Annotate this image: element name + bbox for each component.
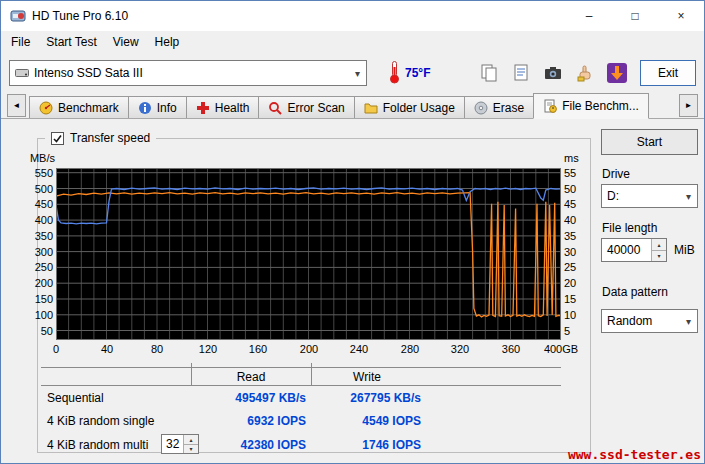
- info-icon: [138, 101, 152, 115]
- maximize-button[interactable]: □: [612, 1, 658, 31]
- tab-info[interactable]: Info: [128, 96, 187, 118]
- tab-file-benchmark[interactable]: File Benchm...: [533, 93, 649, 119]
- spin-up-icon: ▴: [652, 239, 666, 251]
- copy-button[interactable]: [474, 59, 503, 88]
- tab-health[interactable]: Health: [186, 96, 260, 118]
- temperature-value: 75°F: [405, 66, 430, 80]
- spin-down-icon: ▾: [652, 251, 666, 262]
- drive-combo[interactable]: D: ▾: [601, 184, 698, 208]
- window-title: HD Tune Pro 6.10: [32, 9, 128, 23]
- file-length-unit: MiB: [674, 243, 695, 257]
- y-axis-left-ticks: 55050045040035030025020015010050: [25, 168, 53, 340]
- file-benchmark-icon: [543, 99, 557, 113]
- menu-bar: File Start Test View Help: [1, 31, 704, 53]
- y-axis-right-unit: ms: [564, 152, 579, 164]
- transfer-speed-checkbox-row[interactable]: Transfer speed: [45, 130, 156, 146]
- menu-help[interactable]: Help: [147, 32, 188, 52]
- result-row-label: Sequential: [47, 391, 104, 405]
- error-scan-icon: [268, 101, 282, 115]
- file-length-spinner[interactable]: 40000 ▴ ▾: [601, 238, 667, 262]
- tab-label: Info: [157, 101, 177, 115]
- watermark: www.ssd-tester.es: [539, 447, 701, 462]
- drive-label: Drive: [602, 167, 630, 181]
- transfer-speed-label: Transfer speed: [70, 131, 150, 145]
- check-icon: [52, 133, 63, 144]
- data-pattern-combo[interactable]: Random ▾: [601, 309, 698, 333]
- drive-icon: [15, 66, 29, 80]
- read-value: 6932 IOPS: [191, 414, 306, 428]
- transfer-speed-chart: [56, 168, 561, 340]
- close-button[interactable]: ×: [658, 1, 704, 31]
- tab-erase[interactable]: Erase: [464, 96, 534, 118]
- drive-combo-value: D:: [607, 189, 619, 203]
- start-button[interactable]: Start: [601, 129, 698, 155]
- spinner-arrows[interactable]: ▴ ▾: [651, 239, 666, 261]
- write-value: 4549 IOPS: [311, 414, 421, 428]
- drive-select-combo[interactable]: Intenso SSD Sata III ▾: [9, 60, 367, 86]
- thermometer-icon: [389, 60, 400, 87]
- tab-bar: ◄ Benchmark Info Health Error Scan Folde…: [1, 94, 704, 119]
- x-axis-ticks: 04080120160200240280320360400GB: [56, 343, 561, 356]
- chevron-down-icon: ▾: [349, 61, 366, 85]
- table-line-header: [41, 385, 561, 386]
- copy-text-button[interactable]: [506, 59, 535, 88]
- tab-scroll-left-icon[interactable]: ◄: [7, 94, 26, 117]
- y-axis-right-ticks: 555045403530252015105: [564, 168, 590, 340]
- save-download-button[interactable]: [602, 59, 631, 88]
- write-value: 267795 KB/s: [311, 391, 421, 405]
- queue-depth-value: 32: [162, 435, 183, 453]
- tab-benchmark[interactable]: Benchmark: [29, 96, 129, 118]
- toolbar-buttons: [474, 59, 631, 88]
- minimize-button[interactable]: –: [566, 1, 612, 31]
- chevron-down-icon: ▾: [680, 310, 697, 332]
- tab-label: File Benchm...: [562, 99, 639, 113]
- hand-pointer-button[interactable]: [570, 59, 599, 88]
- menu-view[interactable]: View: [105, 32, 147, 52]
- data-pattern-label: Data pattern: [602, 285, 668, 299]
- result-row-label: 4 KiB random single: [47, 414, 154, 428]
- app-icon: [10, 8, 26, 24]
- tab-label: Folder Usage: [383, 101, 455, 115]
- read-value: 495497 KB/s: [191, 391, 306, 405]
- transfer-speed-checkbox[interactable]: [51, 132, 64, 145]
- tab-scroll-right-icon[interactable]: ►: [679, 94, 698, 117]
- drive-select-value: Intenso SSD Sata III: [34, 66, 143, 80]
- benchmark-icon: [39, 101, 53, 115]
- write-value: 1746 IOPS: [311, 438, 421, 452]
- tab-label: Benchmark: [58, 101, 119, 115]
- health-icon: [196, 101, 210, 115]
- menu-start-test[interactable]: Start Test: [38, 32, 104, 52]
- tab-label: Error Scan: [287, 101, 344, 115]
- toolbar: Intenso SSD Sata III ▾ 75°F: [1, 53, 704, 93]
- tab-label: Erase: [493, 101, 524, 115]
- temperature-indicator[interactable]: 75°F: [389, 60, 430, 87]
- hd-tune-window: HD Tune Pro 6.10 – □ × File Start Test V…: [0, 0, 705, 464]
- title-bar[interactable]: HD Tune Pro 6.10 – □ ×: [1, 1, 704, 31]
- read-column-header: Read: [191, 370, 311, 384]
- tab-label: Health: [215, 101, 250, 115]
- folder-usage-icon: [364, 101, 378, 115]
- write-column-header: Write: [311, 370, 423, 384]
- file-length-value: 40000: [602, 239, 651, 261]
- tab-folder-usage[interactable]: Folder Usage: [354, 96, 465, 118]
- data-pattern-value: Random: [607, 314, 652, 328]
- erase-icon: [474, 101, 488, 115]
- y-axis-left-unit: MB/s: [25, 152, 55, 164]
- read-value: 42380 IOPS: [191, 438, 306, 452]
- table-line-top: [41, 367, 561, 368]
- file-length-label: File length: [602, 221, 657, 235]
- chevron-down-icon: ▾: [680, 185, 697, 207]
- result-row-label: 4 KiB random multi: [47, 438, 148, 452]
- screenshot-button[interactable]: [538, 59, 567, 88]
- menu-file[interactable]: File: [3, 32, 38, 52]
- exit-button[interactable]: Exit: [640, 60, 696, 86]
- tab-error-scan[interactable]: Error Scan: [258, 96, 354, 118]
